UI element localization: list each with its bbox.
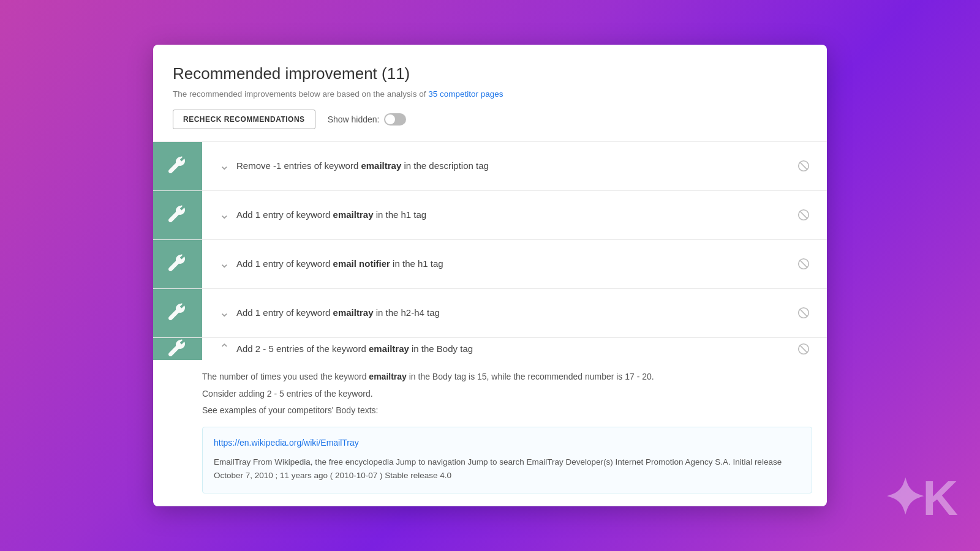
rec-icon-col-1	[153, 142, 202, 190]
page-title: Recommended improvement (11)	[173, 64, 807, 83]
ban-icon-4	[797, 306, 810, 320]
rec-item-main-3: Add 1 entry of keyword email notifier in…	[153, 240, 827, 288]
watermark: ✦K	[884, 470, 956, 527]
show-hidden-toggle[interactable]	[384, 113, 406, 126]
svg-point-0	[170, 171, 173, 173]
rec-actions-4	[795, 289, 827, 337]
expanded-line3: See examples of your competitors' Body t…	[202, 403, 812, 418]
hide-icon-4[interactable]	[795, 304, 812, 321]
wrench-icon-5	[167, 338, 189, 360]
svg-point-9	[170, 318, 173, 320]
show-hidden-control: Show hidden:	[328, 113, 407, 126]
recommendation-item-4: Add 1 entry of keyword emailtray in the …	[153, 289, 827, 338]
competitor-pages-link[interactable]: 35 competitor pages	[428, 89, 503, 99]
subtitle-text: The recommended improvements below are b…	[173, 89, 428, 99]
hide-icon-5[interactable]	[795, 340, 812, 358]
rec-text-3: Add 1 entry of keyword email notifier in…	[236, 257, 443, 271]
competitor-link[interactable]: https://en.wikipedia.org/wiki/EmailTray	[214, 436, 801, 451]
toolbar: RECHECK RECOMMENDATIONS Show hidden:	[173, 110, 807, 129]
recommendation-item-2: Add 1 entry of keyword emailtray in the …	[153, 191, 827, 240]
chevron-down-icon-4[interactable]	[217, 306, 232, 320]
recommendation-item-3: Add 1 entry of keyword email notifier in…	[153, 240, 827, 289]
recheck-button[interactable]: RECHECK RECOMMENDATIONS	[173, 110, 315, 129]
rec-text-1: Remove -1 entries of keyword emailtray i…	[236, 159, 489, 173]
rec-text-2: Add 1 entry of keyword emailtray in the …	[236, 208, 426, 222]
ban-icon-3	[797, 257, 810, 271]
recommendations-list: Remove -1 entries of keyword emailtray i…	[153, 141, 827, 506]
rec-actions-2	[795, 191, 827, 239]
rec-actions-1	[795, 142, 827, 190]
rec-actions-5	[795, 338, 827, 360]
wrench-icon-2	[167, 204, 189, 226]
card-subtitle: The recommended improvements below are b…	[173, 89, 807, 99]
wrench-icon-4	[167, 302, 189, 324]
rec-icon-col-5	[153, 338, 202, 360]
ban-icon-2	[797, 208, 810, 222]
rec-text-4: Add 1 entry of keyword emailtray in the …	[236, 306, 440, 320]
main-card: Recommended improvement (11) The recomme…	[153, 45, 827, 506]
svg-line-5	[800, 211, 807, 219]
svg-line-14	[800, 345, 807, 353]
competitor-text: EmailTray From Wikipedia, the free encyc…	[214, 455, 801, 482]
chevron-down-icon-3[interactable]	[217, 257, 232, 271]
rec-content-4: Add 1 entry of keyword emailtray in the …	[202, 289, 795, 337]
recommendation-item-5: Add 2 - 5 entries of the keyword emailtr…	[153, 338, 827, 506]
hide-icon-3[interactable]	[795, 255, 812, 272]
rec-icon-col-4	[153, 289, 202, 337]
rec-expanded-body-5: The number of times you used the keyword…	[153, 360, 827, 506]
rec-content-1: Remove -1 entries of keyword emailtray i…	[202, 142, 795, 190]
svg-point-12	[170, 353, 173, 356]
expanded-line2: Consider adding 2 - 5 entries of the key…	[202, 387, 812, 402]
rec-item-main-2: Add 1 entry of keyword emailtray in the …	[153, 191, 827, 239]
chevron-up-icon-5[interactable]	[217, 342, 232, 356]
wrench-icon-3	[167, 253, 189, 275]
ban-icon-5	[797, 342, 810, 356]
card-header: Recommended improvement (11) The recomme…	[153, 64, 827, 141]
competitor-box: https://en.wikipedia.org/wiki/EmailTray …	[202, 427, 812, 493]
chevron-down-icon-1[interactable]	[217, 159, 232, 173]
chevron-down-icon-2[interactable]	[217, 208, 232, 222]
rec-item-main-1: Remove -1 entries of keyword emailtray i…	[153, 142, 827, 190]
hide-icon-1[interactable]	[795, 157, 812, 174]
rec-item-main-4: Add 1 entry of keyword emailtray in the …	[153, 289, 827, 337]
rec-content-3: Add 1 entry of keyword email notifier in…	[202, 240, 795, 288]
svg-line-2	[800, 162, 807, 170]
rec-content-2: Add 1 entry of keyword emailtray in the …	[202, 191, 795, 239]
expanded-line1: The number of times you used the keyword…	[202, 370, 812, 384]
svg-point-6	[170, 269, 173, 271]
svg-line-11	[800, 309, 807, 317]
hide-icon-2[interactable]	[795, 206, 812, 223]
svg-point-3	[170, 220, 173, 222]
rec-icon-col-2	[153, 191, 202, 239]
svg-line-8	[800, 260, 807, 268]
rec-text-5: Add 2 - 5 entries of the keyword emailtr…	[236, 342, 473, 356]
rec-icon-col-3	[153, 240, 202, 288]
ban-icon-1	[797, 159, 810, 173]
show-hidden-label: Show hidden:	[328, 114, 380, 124]
rec-actions-3	[795, 240, 827, 288]
wrench-icon-1	[167, 155, 189, 177]
recommendation-item-1: Remove -1 entries of keyword emailtray i…	[153, 142, 827, 191]
rec-content-5: Add 2 - 5 entries of the keyword emailtr…	[202, 338, 795, 360]
rec-item-main-5: Add 2 - 5 entries of the keyword emailtr…	[153, 338, 827, 360]
